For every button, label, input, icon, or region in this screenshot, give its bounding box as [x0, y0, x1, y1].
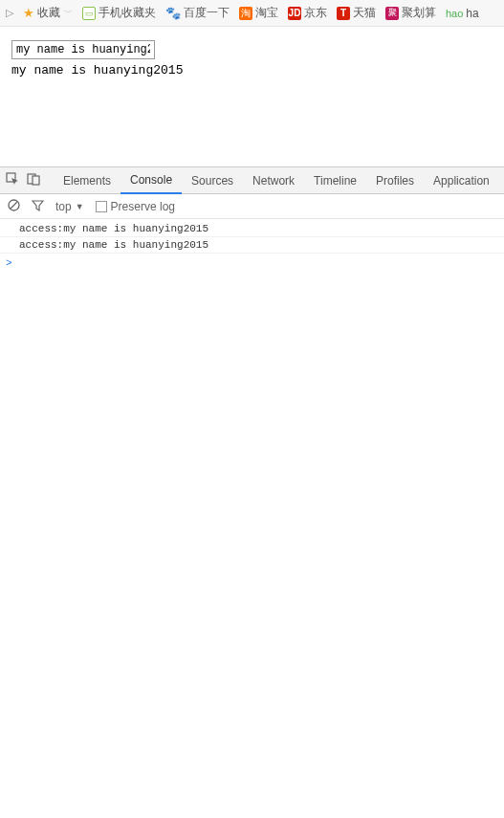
browser-bookmarks-toolbar: ▷ ★ 收藏 ﹀ ▭ 手机收藏夹 🐾 百度一下 淘 淘宝 JD 京东 T 天猫 … [0, 0, 504, 27]
console-input-prompt[interactable]: > [0, 254, 504, 273]
tab-elements[interactable]: Elements [54, 167, 121, 194]
jd-icon: JD [288, 7, 301, 20]
favorites-button[interactable]: ★ 收藏 ﹀ [23, 5, 73, 21]
bookmark-label: 淘宝 [255, 5, 278, 21]
nav-forward-icon[interactable]: ▷ [6, 7, 13, 19]
bookmark-item-phone[interactable]: ▭ 手机收藏夹 [82, 5, 156, 21]
tab-timeline[interactable]: Timeline [304, 167, 366, 194]
dropdown-icon: ▼ [76, 202, 84, 211]
tab-network[interactable]: Network [243, 167, 304, 194]
console-log-line[interactable]: access:my name is huanying2015 [0, 237, 504, 254]
chevron-down-icon: ﹀ [64, 7, 73, 19]
baidu-icon: 🐾 [165, 6, 181, 20]
tab-more[interactable]: Se [499, 167, 504, 194]
device-mode-icon[interactable] [27, 172, 40, 188]
text-input[interactable] [11, 40, 155, 59]
clear-console-icon[interactable] [8, 199, 20, 214]
bookmark-item-baidu[interactable]: 🐾 百度一下 [165, 5, 230, 21]
page-output-text: my name is huanying2015 [11, 63, 493, 77]
bookmark-label: 天猫 [353, 5, 376, 21]
page-body: my name is huanying2015 [0, 27, 504, 166]
preserve-log-label: Preserve log [111, 200, 175, 213]
taobao-icon: 淘 [239, 7, 252, 20]
devtools-tabbar: Elements Console Sources Network Timelin… [0, 167, 504, 194]
context-label: top [55, 200, 72, 213]
star-icon: ★ [23, 6, 34, 20]
devtools-panel: Elements Console Sources Network Timelin… [0, 166, 504, 818]
bookmark-label: 百度一下 [184, 5, 230, 21]
juhuasuan-icon: 聚 [385, 7, 399, 20]
prompt-caret-icon: > [6, 257, 12, 269]
bookmark-label: ha [466, 7, 478, 20]
favorites-label: 收藏 [37, 5, 60, 21]
phone-icon: ▭ [82, 7, 96, 20]
checkbox-box-icon [96, 201, 107, 212]
bookmark-item-tmall[interactable]: T 天猫 [337, 5, 376, 21]
filter-icon[interactable] [32, 199, 44, 214]
bookmark-label: 京东 [304, 5, 327, 21]
bookmark-item-taobao[interactable]: 淘 淘宝 [239, 5, 278, 21]
inspect-element-icon[interactable] [6, 172, 19, 188]
tab-console[interactable]: Console [121, 167, 182, 194]
svg-rect-2 [33, 176, 39, 185]
tab-sources[interactable]: Sources [182, 167, 243, 194]
svg-line-4 [11, 202, 17, 209]
console-log-line[interactable]: access:my name is huanying2015 [0, 221, 504, 237]
bookmark-item-hao[interactable]: hao ha [446, 7, 479, 20]
console-toolbar: top ▼ Preserve log [0, 194, 504, 219]
tab-profiles[interactable]: Profiles [366, 167, 424, 194]
preserve-log-checkbox[interactable]: Preserve log [96, 200, 175, 213]
context-selector[interactable]: top ▼ [55, 200, 84, 213]
console-output: access:my name is huanying2015 access:my… [0, 219, 504, 818]
hao-icon: hao [446, 8, 463, 19]
tab-application[interactable]: Application [424, 167, 499, 194]
bookmark-label: 聚划算 [402, 5, 436, 21]
bookmark-label: 手机收藏夹 [99, 5, 156, 21]
bookmark-item-jd[interactable]: JD 京东 [288, 5, 327, 21]
bookmark-item-juhuasuan[interactable]: 聚 聚划算 [385, 5, 436, 21]
tmall-icon: T [337, 7, 350, 20]
